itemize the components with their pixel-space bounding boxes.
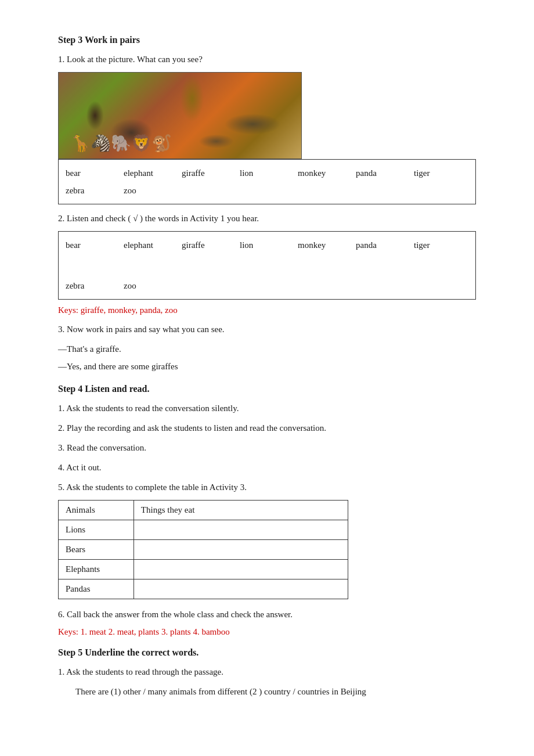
word-box-1: bear elephant giraffe lion monkey panda … [58, 159, 476, 204]
cell-pandas-animal: Pandas [59, 579, 134, 599]
step4-item3: 3. Read the conversation. [58, 441, 476, 455]
word-row-1: bear elephant giraffe lion monkey panda … [66, 164, 468, 182]
animals-table: Animals Things they eat Lions Bears Elep… [58, 500, 348, 599]
q2-check: √ [131, 214, 138, 223]
word-row-3: bear elephant giraffe lion monkey panda … [66, 236, 468, 294]
cell-pandas-food [134, 579, 348, 599]
cell-lions-animal: Lions [59, 520, 134, 540]
step4-item5: 5. Ask the students to complete the tabl… [58, 480, 476, 494]
cell-elephants-food [134, 560, 348, 579]
word-lion: lion [240, 164, 275, 182]
step5-heading: Step 5 Underline the correct words. [58, 647, 476, 658]
header-food: Things they eat [134, 501, 348, 520]
step5-q1: 1. Ask the students to read through the … [58, 665, 476, 679]
step4-heading: Step 4 Listen and read. [58, 384, 476, 394]
dialogue-1: —That's a giraffe. [58, 342, 476, 356]
q2-prefix: 2. Listen and check ( [58, 214, 131, 223]
word-zebra: zebra [66, 182, 100, 199]
step3-q2: 2. Listen and check ( √ ) the words in A… [58, 211, 476, 225]
step4-q6: 6. Call back the answer from the whole c… [58, 607, 476, 621]
word-bear: bear [66, 164, 100, 182]
wb2-elephant: elephant [124, 236, 158, 254]
wb2-zoo: zoo [124, 277, 158, 294]
keys-1: Keys: giraffe, monkey, panda, zoo [58, 305, 476, 315]
cell-lions-food [134, 520, 348, 540]
step4-item4: 4. Act it out. [58, 460, 476, 474]
wb2-lion: lion [240, 236, 275, 254]
step4-item2: 2. Play the recording and ask the studen… [58, 421, 476, 435]
word-tiger: tiger [414, 164, 449, 182]
table-row-pandas: Pandas [59, 579, 348, 599]
table-row-lions: Lions [59, 520, 348, 540]
table-row-elephants: Elephants [59, 560, 348, 579]
header-animals: Animals [59, 501, 134, 520]
word-monkey: monkey [298, 164, 333, 182]
table-header-row: Animals Things they eat [59, 501, 348, 520]
word-box-2: bear elephant giraffe lion monkey panda … [58, 231, 476, 300]
table-row-bears: Bears [59, 540, 348, 560]
wb2-tiger: tiger [414, 236, 449, 254]
word-elephant: elephant [124, 164, 158, 182]
animal-image [58, 72, 302, 159]
word-row-2: zebra zoo [66, 182, 468, 199]
step4-item1: 1. Ask the students to read the conversa… [58, 401, 476, 415]
wb2-giraffe: giraffe [182, 236, 217, 254]
wb2-panda: panda [356, 236, 391, 254]
cell-elephants-animal: Elephants [59, 560, 134, 579]
keys-2: Keys: 1. meat 2. meat, plants 3. plants … [58, 627, 476, 637]
step5-passage: There are (1) other / many animals from … [58, 685, 476, 699]
wb2-zebra: zebra [66, 277, 100, 294]
cell-bears-food [134, 540, 348, 560]
step3-heading: Step 3 Work in pairs [58, 35, 476, 45]
step3-q1: 1. Look at the picture. What can you see… [58, 52, 476, 66]
step3-q3: 3. Now work in pairs and say what you ca… [58, 322, 476, 336]
word-panda: panda [356, 164, 391, 182]
cell-bears-animal: Bears [59, 540, 134, 560]
dialogue-2: —Yes, and there are some giraffes [58, 359, 476, 373]
word-zoo: zoo [124, 182, 158, 199]
wb2-monkey: monkey [298, 236, 333, 254]
activity-table: Animals Things they eat Lions Bears Elep… [58, 500, 476, 599]
q2-suffix: ) the words in Activity 1 you hear. [138, 214, 259, 223]
word-giraffe: giraffe [182, 164, 217, 182]
wb2-bear: bear [66, 236, 100, 254]
